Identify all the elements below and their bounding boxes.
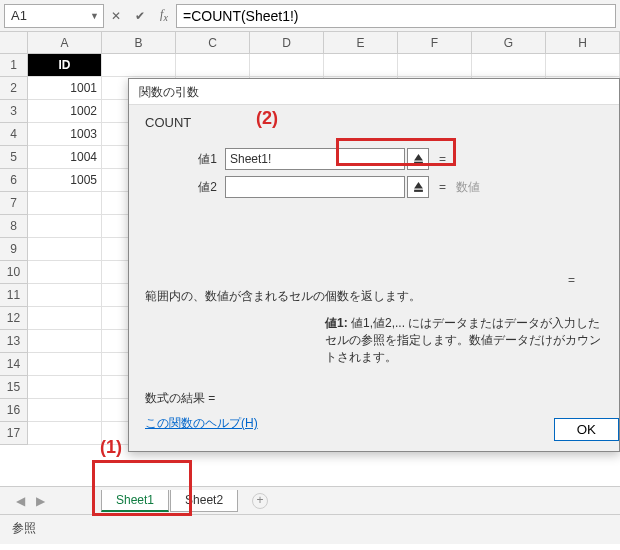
row-header[interactable]: 17 bbox=[0, 422, 28, 445]
cell[interactable] bbox=[28, 192, 102, 215]
arg1-input[interactable]: Sheet1! bbox=[225, 148, 405, 170]
row-header[interactable]: 8 bbox=[0, 215, 28, 238]
name-box[interactable]: A1 ▼ bbox=[4, 4, 104, 28]
arg2-range-picker-icon[interactable] bbox=[407, 176, 429, 198]
cell[interactable] bbox=[28, 376, 102, 399]
column-header[interactable]: H bbox=[546, 32, 620, 54]
column-header[interactable]: A bbox=[28, 32, 102, 54]
cell[interactable] bbox=[28, 353, 102, 376]
row-header[interactable]: 7 bbox=[0, 192, 28, 215]
cell[interactable] bbox=[176, 54, 250, 77]
cell[interactable] bbox=[28, 422, 102, 445]
arg1-label: 値1 bbox=[145, 151, 225, 168]
formula-bar: A1 ▼ ✕ ✔ fx =COUNT(Sheet1!) bbox=[0, 0, 620, 32]
row-header[interactable]: 15 bbox=[0, 376, 28, 399]
row-header[interactable]: 3 bbox=[0, 100, 28, 123]
row-header[interactable]: 4 bbox=[0, 123, 28, 146]
cell[interactable]: ID bbox=[28, 54, 102, 77]
tab-next-icon[interactable]: ▶ bbox=[30, 494, 50, 508]
cell[interactable] bbox=[28, 261, 102, 284]
svg-rect-1 bbox=[414, 189, 423, 191]
accept-formula-icon[interactable]: ✔ bbox=[128, 9, 152, 23]
tab-prev-icon[interactable]: ◀ bbox=[10, 494, 30, 508]
cell[interactable]: 1002 bbox=[28, 100, 102, 123]
column-header[interactable]: F bbox=[398, 32, 472, 54]
cell[interactable]: 1004 bbox=[28, 146, 102, 169]
formula-text: =COUNT(Sheet1!) bbox=[183, 8, 299, 24]
column-headers: ABCDEFGH bbox=[0, 32, 620, 54]
column-header[interactable]: B bbox=[102, 32, 176, 54]
arg2-input[interactable] bbox=[225, 176, 405, 198]
row-header[interactable]: 5 bbox=[0, 146, 28, 169]
arg-row-2: 値2 = 数値 bbox=[145, 176, 603, 198]
row-header[interactable]: 10 bbox=[0, 261, 28, 284]
status-bar: 参照 bbox=[0, 514, 620, 544]
arg-description: 値1: 値1,値2,... にはデータまたはデータが入力したセルの参照を指定しま… bbox=[145, 315, 603, 366]
formula-result: 数式の結果 = bbox=[145, 390, 603, 407]
row-header[interactable]: 11 bbox=[0, 284, 28, 307]
function-summary: 範囲内の、数値が含まれるセルの個数を返します。 bbox=[145, 288, 603, 305]
arg-row-1: 値1 Sheet1! = bbox=[145, 148, 603, 170]
arg1-range-picker-icon[interactable] bbox=[407, 148, 429, 170]
column-header[interactable]: E bbox=[324, 32, 398, 54]
cancel-formula-icon[interactable]: ✕ bbox=[104, 9, 128, 23]
column-header[interactable]: G bbox=[472, 32, 546, 54]
formula-input[interactable]: =COUNT(Sheet1!) bbox=[176, 4, 616, 28]
cell[interactable] bbox=[28, 215, 102, 238]
select-all-corner[interactable] bbox=[0, 32, 28, 54]
sheet-tab[interactable]: Sheet2 bbox=[170, 490, 238, 512]
cell[interactable] bbox=[546, 54, 620, 77]
fx-icon[interactable]: fx bbox=[152, 7, 176, 23]
table-row: 1ID bbox=[0, 54, 620, 77]
svg-rect-0 bbox=[414, 161, 423, 163]
cell[interactable] bbox=[28, 284, 102, 307]
status-mode: 参照 bbox=[12, 521, 36, 535]
cell[interactable] bbox=[398, 54, 472, 77]
cell[interactable] bbox=[472, 54, 546, 77]
chevron-down-icon[interactable]: ▼ bbox=[90, 11, 99, 21]
cell[interactable] bbox=[324, 54, 398, 77]
row-header[interactable]: 1 bbox=[0, 54, 28, 77]
sheet-tab[interactable]: Sheet1 bbox=[101, 490, 169, 512]
arg-desc-text: 値1,値2,... にはデータまたはデータが入力したセルの参照を指定します。数値… bbox=[325, 316, 601, 364]
function-arguments-dialog: 関数の引数 COUNT 値1 Sheet1! = 値2 = 数値 = 範囲内の、… bbox=[128, 78, 620, 452]
column-header[interactable]: C bbox=[176, 32, 250, 54]
name-box-value: A1 bbox=[11, 8, 27, 23]
cell[interactable] bbox=[250, 54, 324, 77]
add-sheet-icon[interactable]: + bbox=[252, 493, 268, 509]
arg2-equals: = bbox=[439, 180, 446, 194]
cell[interactable] bbox=[28, 399, 102, 422]
row-header[interactable]: 13 bbox=[0, 330, 28, 353]
row-header[interactable]: 9 bbox=[0, 238, 28, 261]
arg-desc-label: 値1: bbox=[325, 316, 348, 330]
ok-button[interactable]: OK bbox=[554, 418, 619, 441]
result-equals: = bbox=[568, 273, 575, 287]
row-header[interactable]: 12 bbox=[0, 307, 28, 330]
row-header[interactable]: 14 bbox=[0, 353, 28, 376]
cell[interactable]: 1005 bbox=[28, 169, 102, 192]
function-help-link[interactable]: この関数のヘルプ(H) bbox=[145, 415, 258, 432]
arg2-result: 数値 bbox=[456, 179, 480, 196]
row-header[interactable]: 6 bbox=[0, 169, 28, 192]
dialog-title: 関数の引数 bbox=[129, 79, 619, 105]
cell[interactable] bbox=[28, 307, 102, 330]
column-header[interactable]: D bbox=[250, 32, 324, 54]
cell[interactable] bbox=[102, 54, 176, 77]
function-name: COUNT bbox=[145, 115, 603, 130]
cell[interactable] bbox=[28, 238, 102, 261]
cell[interactable]: 1001 bbox=[28, 77, 102, 100]
arg2-label: 値2 bbox=[145, 179, 225, 196]
arg1-equals: = bbox=[439, 152, 446, 166]
cell[interactable] bbox=[28, 330, 102, 353]
row-header[interactable]: 2 bbox=[0, 77, 28, 100]
cell[interactable]: 1003 bbox=[28, 123, 102, 146]
row-header[interactable]: 16 bbox=[0, 399, 28, 422]
sheet-tabs-bar: ◀ ▶ Sheet1Sheet2 + bbox=[0, 486, 620, 514]
